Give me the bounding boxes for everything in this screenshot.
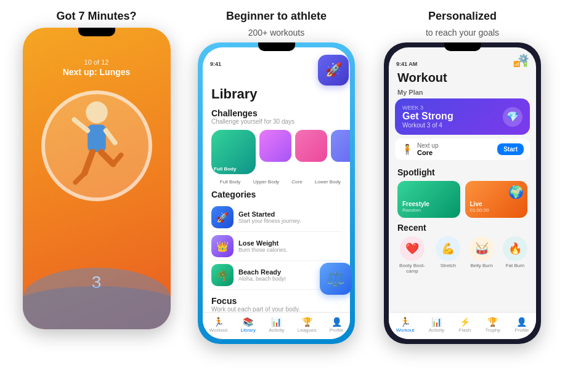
svg-point-0 xyxy=(86,102,108,124)
category-desc-1: Start your fitness journey. xyxy=(238,218,301,224)
notch-2 xyxy=(258,42,295,51)
panel-3-title: Personalized xyxy=(428,10,497,23)
workout-nav-icon: 🏃 xyxy=(213,317,224,327)
svg-line-6 xyxy=(100,152,113,164)
p3-status-time: 9:41 AM xyxy=(396,61,417,67)
status-time: 9:41 xyxy=(210,61,221,67)
booty-label: Booty Boot-camp xyxy=(397,263,427,274)
nav-profile[interactable]: 👤 Profile xyxy=(330,317,344,333)
lose-weight-text: Lose Weight Burn those calories. xyxy=(238,239,288,253)
gs-week: WEEK 3 xyxy=(402,105,453,111)
nav-workout[interactable]: 🏃 Workout xyxy=(209,317,228,333)
challenge-card-upper[interactable]: Upper xyxy=(259,130,291,162)
recent-belly[interactable]: 🥁 Belly Burn xyxy=(469,236,494,274)
beach-ready-icon: 🌴 xyxy=(211,264,234,286)
belly-icon: 🥁 xyxy=(469,236,494,261)
challenge-card-full-body[interactable]: Full Body xyxy=(211,130,256,174)
next-up-figure-icon: 🧍 xyxy=(401,143,413,155)
challenge-card-lower[interactable] xyxy=(331,130,350,162)
nav-trophy-3[interactable]: 🏆 Trophy xyxy=(486,317,501,333)
nav-label-trophy-3: Trophy xyxy=(486,327,501,333)
categories-header: Categories xyxy=(203,188,350,201)
runner-figure xyxy=(45,94,148,198)
challenges-subtitle: Challenge yourself for 30 days xyxy=(211,118,341,125)
list-item[interactable]: 👑 Lose Weight Burn those calories. xyxy=(211,232,341,261)
nav-activity-3[interactable]: 📊 Activity xyxy=(429,317,444,333)
recent-stretch[interactable]: 💪 Stretch xyxy=(436,236,460,274)
notch-3 xyxy=(444,42,481,51)
sc-sub-live: 01:00:00 xyxy=(470,207,523,213)
category-desc-3: Aloha, beach body! xyxy=(238,276,286,282)
workout-nav-icon-3: 🏃 xyxy=(400,317,410,327)
start-button[interactable]: Start xyxy=(497,143,524,155)
focus-title: Focus xyxy=(211,296,341,306)
categories-title: Categories xyxy=(211,190,341,199)
trophy-nav-icon-3: 🏆 xyxy=(487,317,498,327)
fat-icon: 🔥 xyxy=(503,236,527,261)
gs-badge: 💎 xyxy=(503,107,522,127)
next-up-row: 🧍 Next up Core Start xyxy=(395,138,530,160)
svg-line-4 xyxy=(84,152,92,174)
sc-name-freestyle: Freestyle xyxy=(402,201,455,207)
challenges-title: Challenges xyxy=(211,108,341,118)
globe-icon: 🌍 xyxy=(508,185,524,199)
spotlight-section: Spotlight Freestyle Random 🌍 Live 01:00:… xyxy=(389,164,536,220)
my-plan-label: My Plan xyxy=(389,89,536,98)
label-lower-body: Lower Body xyxy=(314,179,341,185)
panel-1: Got 7 Minutes? 10 of 12 Next up: Lunges xyxy=(14,10,180,329)
get-strong-card[interactable]: WEEK 3 Get Strong Workout 3 of 4 💎 xyxy=(395,98,530,135)
phone-3-inner: 9:41 AM 📶 🔋 ⚙️ Workout My Plan WEEK 3 Ge… xyxy=(389,47,536,339)
bottom-nav-2: 🏃 Workout 📚 Library 📊 Activity 🏆 xyxy=(203,312,350,339)
category-desc-2: Burn those calories. xyxy=(238,247,288,253)
challenges-header: Challenges Challenge yourself for 30 day… xyxy=(203,107,350,126)
lose-weight-icon: 👑 xyxy=(211,235,234,257)
nav-label-leagues: Leagues xyxy=(298,327,317,333)
next-up-label: Next up xyxy=(417,142,438,149)
next-up-text-block: Next up Core xyxy=(417,142,438,156)
challenge-card-core[interactable] xyxy=(295,130,327,162)
workout-counter: 10 of 12 xyxy=(63,58,131,66)
floating-rocket-icon: 🚀 xyxy=(318,55,349,86)
recent-row: ❤️ Booty Boot-camp 💪 Stretch 🥁 Belly Bur… xyxy=(397,236,527,274)
main-container: Got 7 Minutes? 10 of 12 Next up: Lunges xyxy=(0,0,565,392)
nav-label-library: Library xyxy=(240,327,255,333)
svg-line-3 xyxy=(105,130,115,143)
spotlight-title: Spotlight xyxy=(397,167,527,177)
nav-activity[interactable]: 📊 Activity xyxy=(269,317,284,333)
label-upper-body: Upper Body xyxy=(253,179,280,185)
nav-label-activity: Activity xyxy=(269,327,284,333)
activity-nav-icon: 📊 xyxy=(271,317,282,327)
floating-scale-icon: ⚖️ xyxy=(320,263,352,295)
belly-label: Belly Burn xyxy=(470,263,492,268)
panel-2: Beginner to athlete 200+ workouts 🚀 ⚖️ 9… xyxy=(187,10,366,344)
leagues-nav-icon: 🏆 xyxy=(302,317,312,327)
phone-3-content: 9:41 AM 📶 🔋 ⚙️ Workout My Plan WEEK 3 Ge… xyxy=(389,47,536,339)
sc-sub-freestyle: Random xyxy=(402,207,455,213)
nav-label-workout: Workout xyxy=(209,327,228,333)
list-item[interactable]: 🚀 Get Started Start your fitness journey… xyxy=(211,203,341,232)
recent-section: Recent ❤️ Booty Boot-camp 💪 Stretch xyxy=(389,220,536,276)
nav-label-workout-3: Workout xyxy=(396,327,415,333)
phone-3-status: 9:41 AM 📶 🔋 xyxy=(389,56,536,70)
profile-nav-icon-3: 👤 xyxy=(516,317,527,327)
recent-title: Recent xyxy=(397,223,527,233)
nav-leagues[interactable]: 🏆 Leagues xyxy=(298,317,317,333)
activity-nav-icon-3: 📊 xyxy=(431,317,442,327)
nav-label-profile: Profile xyxy=(330,327,344,333)
spotlight-card-freestyle[interactable]: Freestyle Random xyxy=(397,181,460,218)
nav-flash-3[interactable]: ⚡ Flash xyxy=(459,317,471,333)
notch-1 xyxy=(78,28,115,36)
nav-workout-3[interactable]: 🏃 Workout xyxy=(396,317,415,333)
get-started-icon: 🚀 xyxy=(211,206,234,228)
panel-1-title: Got 7 Minutes? xyxy=(57,10,137,23)
beach-ready-text: Beach Ready Aloha, beach body! xyxy=(238,268,286,282)
svg-rect-1 xyxy=(87,124,106,151)
nav-profile-3[interactable]: 👤 Profile xyxy=(515,317,529,333)
flash-nav-icon-3: ⚡ xyxy=(460,317,470,327)
recent-booty[interactable]: ❤️ Booty Boot-camp xyxy=(397,236,427,274)
svg-line-2 xyxy=(74,120,87,131)
recent-fat[interactable]: 🔥 Fat Burn xyxy=(503,236,527,274)
gear-icon[interactable]: ⚙️ xyxy=(518,54,529,63)
spotlight-card-live[interactable]: 🌍 Live 01:00:00 xyxy=(465,181,528,218)
nav-library[interactable]: 📚 Library xyxy=(240,317,255,333)
